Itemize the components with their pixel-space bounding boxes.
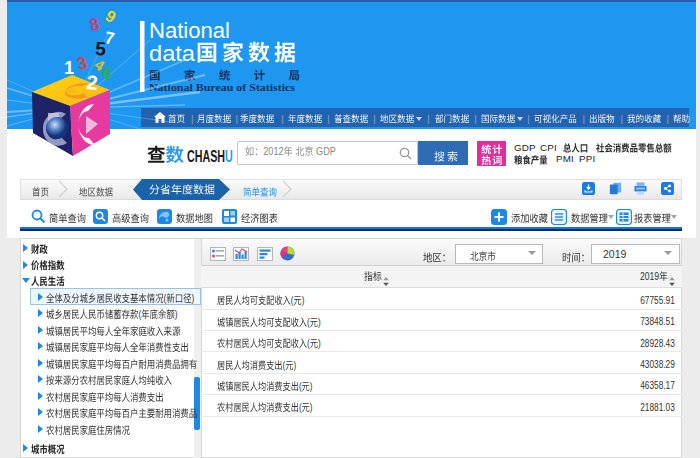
svg-text:(: (: [138, 308, 142, 320]
svg-text:(: (: [299, 380, 302, 392]
svg-text:): ): [318, 316, 321, 328]
svg-text:): ): [175, 308, 178, 320]
svg-text:(: (: [307, 316, 310, 328]
svg-text:2012: 2012: [263, 146, 283, 158]
svg-text:2: 2: [86, 71, 99, 94]
svg-text:(: (: [164, 292, 168, 304]
svg-text:): ): [293, 359, 296, 371]
svg-text:8: 8: [88, 14, 101, 35]
svg-text:): ): [302, 294, 305, 306]
svg-text:GDP: GDP: [314, 146, 337, 158]
svg-text:(: (: [283, 359, 286, 371]
svg-text:2019: 2019: [640, 270, 659, 282]
svg-text:(: (: [307, 337, 310, 349]
svg-text:): ): [310, 401, 313, 413]
svg-text:): ): [192, 292, 195, 304]
svg-text:): ): [310, 380, 313, 392]
svg-text:(: (: [299, 401, 302, 413]
svg-text:): ): [318, 337, 321, 349]
svg-text:1: 1: [64, 58, 74, 78]
svg-text:9: 9: [103, 7, 119, 26]
svg-text:(: (: [291, 294, 294, 306]
